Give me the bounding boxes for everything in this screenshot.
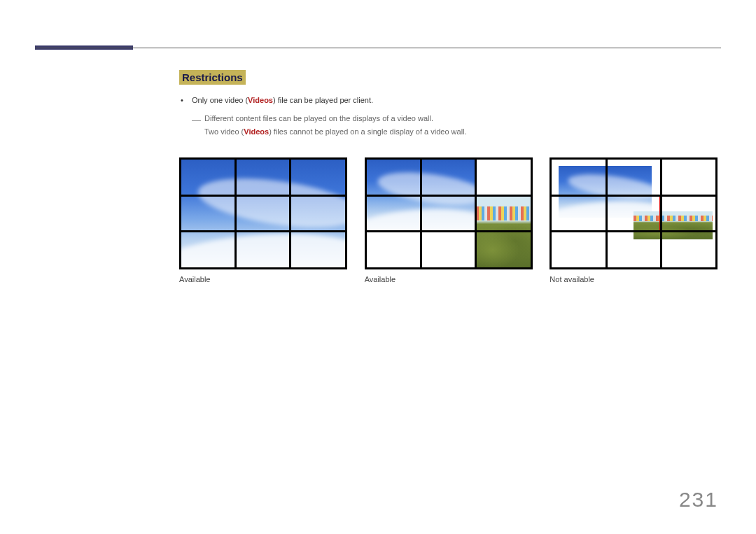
sub-item: ― Different content files can be played … <box>192 112 721 126</box>
sub-item: Two video (Videos) files cannot be playe… <box>192 125 721 139</box>
videos-keyword: Videos <box>248 96 273 104</box>
restrictions-list: Only one video (Videos) file can be play… <box>179 94 721 139</box>
figures-row: Available Available <box>179 157 721 283</box>
sub2-suffix: ) files cannot be played on a single dis… <box>269 127 467 136</box>
sky-media <box>367 160 476 232</box>
videowall-grid-2 <box>365 157 533 269</box>
bullet-text-prefix: Only one video ( <box>192 96 248 104</box>
sky-media <box>181 160 345 267</box>
grass-media <box>476 195 531 267</box>
figure-caption: Available <box>179 275 351 283</box>
figure-caption: Available <box>365 275 536 283</box>
page-number: 231 <box>679 488 718 512</box>
header-rule <box>35 48 721 48</box>
videowall-grid-3 <box>550 157 718 269</box>
figure-block: Available <box>179 157 351 283</box>
sub2-prefix: Two video ( <box>204 127 244 136</box>
restriction-sublist: ― Different content files can be played … <box>192 112 721 140</box>
content-area: Restrictions Only one video (Videos) fil… <box>179 70 721 283</box>
figure-block: Not available <box>550 157 721 283</box>
restriction-item: Only one video (Videos) file can be play… <box>179 94 721 139</box>
section-heading: Restrictions <box>179 70 246 85</box>
figure-block: Available <box>365 157 536 283</box>
bullet-text-suffix: ) file can be played per client. <box>273 96 373 104</box>
sub-item-text: Different content files can be played on… <box>204 114 433 122</box>
figure-caption: Not available <box>550 275 721 283</box>
videowall-grid-1 <box>179 157 347 269</box>
conflict-highlight <box>606 195 661 231</box>
videos-keyword: Videos <box>244 127 269 136</box>
